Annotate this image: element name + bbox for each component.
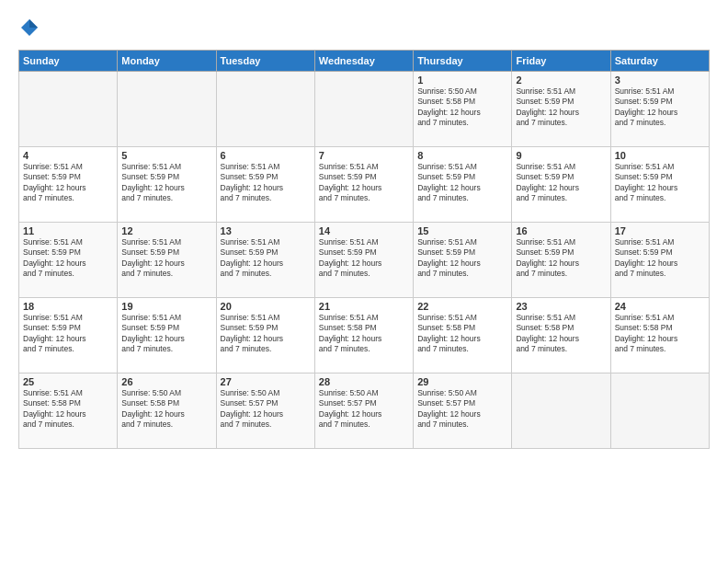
day-cell <box>314 72 413 147</box>
day-info: Sunrise: 5:51 AM Sunset: 5:59 PM Dayligh… <box>516 162 606 204</box>
day-cell: 16Sunrise: 5:51 AM Sunset: 5:59 PM Dayli… <box>512 223 610 298</box>
day-info: Sunrise: 5:51 AM Sunset: 5:59 PM Dayligh… <box>121 237 211 280</box>
day-cell: 22Sunrise: 5:51 AM Sunset: 5:58 PM Dayli… <box>414 298 512 373</box>
day-number: 24 <box>615 301 705 312</box>
day-info: Sunrise: 5:51 AM Sunset: 5:59 PM Dayligh… <box>121 313 211 355</box>
day-info: Sunrise: 5:50 AM Sunset: 5:57 PM Dayligh… <box>417 388 507 431</box>
day-info: Sunrise: 5:51 AM Sunset: 5:59 PM Dayligh… <box>319 162 409 204</box>
day-cell: 29Sunrise: 5:50 AM Sunset: 5:57 PM Dayli… <box>414 373 512 449</box>
day-number: 25 <box>23 376 113 387</box>
day-cell: 18Sunrise: 5:51 AM Sunset: 5:59 PM Dayli… <box>19 298 118 373</box>
day-info: Sunrise: 5:51 AM Sunset: 5:59 PM Dayligh… <box>516 237 606 280</box>
day-cell: 25Sunrise: 5:51 AM Sunset: 5:58 PM Dayli… <box>19 373 118 449</box>
day-cell: 20Sunrise: 5:51 AM Sunset: 5:59 PM Dayli… <box>216 298 314 373</box>
day-info: Sunrise: 5:51 AM Sunset: 5:58 PM Dayligh… <box>615 313 705 355</box>
day-cell: 21Sunrise: 5:51 AM Sunset: 5:58 PM Dayli… <box>314 298 413 373</box>
week-row-4: 18Sunrise: 5:51 AM Sunset: 5:59 PM Dayli… <box>19 298 710 373</box>
day-number: 11 <box>23 225 113 236</box>
day-info: Sunrise: 5:51 AM Sunset: 5:59 PM Dayligh… <box>221 237 311 280</box>
day-cell: 24Sunrise: 5:51 AM Sunset: 5:58 PM Dayli… <box>610 298 709 373</box>
day-cell: 14Sunrise: 5:51 AM Sunset: 5:59 PM Dayli… <box>314 223 413 298</box>
day-number: 6 <box>221 150 311 161</box>
day-cell: 1Sunrise: 5:50 AM Sunset: 5:58 PM Daylig… <box>414 72 512 147</box>
day-cell: 9Sunrise: 5:51 AM Sunset: 5:59 PM Daylig… <box>512 147 610 223</box>
day-cell: 5Sunrise: 5:51 AM Sunset: 5:59 PM Daylig… <box>118 147 216 223</box>
day-info: Sunrise: 5:51 AM Sunset: 5:59 PM Dayligh… <box>615 237 705 280</box>
day-header-friday: Friday <box>512 51 610 72</box>
day-info: Sunrise: 5:51 AM Sunset: 5:58 PM Dayligh… <box>417 313 507 355</box>
day-cell: 6Sunrise: 5:51 AM Sunset: 5:59 PM Daylig… <box>216 147 314 223</box>
calendar-body: 1Sunrise: 5:50 AM Sunset: 5:58 PM Daylig… <box>19 72 710 449</box>
day-number: 10 <box>615 150 705 161</box>
day-info: Sunrise: 5:51 AM Sunset: 5:58 PM Dayligh… <box>319 313 409 355</box>
day-cell <box>118 72 216 147</box>
day-cell: 11Sunrise: 5:51 AM Sunset: 5:59 PM Dayli… <box>19 223 118 298</box>
day-cell: 13Sunrise: 5:51 AM Sunset: 5:59 PM Dayli… <box>216 223 314 298</box>
page: SundayMondayTuesdayWednesdayThursdayFrid… <box>0 0 728 563</box>
day-header-thursday: Thursday <box>414 51 512 72</box>
day-info: Sunrise: 5:51 AM Sunset: 5:59 PM Dayligh… <box>417 237 507 280</box>
day-number: 19 <box>121 301 211 312</box>
day-info: Sunrise: 5:51 AM Sunset: 5:59 PM Dayligh… <box>23 237 113 280</box>
day-number: 1 <box>417 75 507 86</box>
day-info: Sunrise: 5:50 AM Sunset: 5:57 PM Dayligh… <box>221 388 311 431</box>
calendar-table: SundayMondayTuesdayWednesdayThursdayFrid… <box>18 50 710 449</box>
day-header-wednesday: Wednesday <box>314 51 413 72</box>
day-cell: 23Sunrise: 5:51 AM Sunset: 5:58 PM Dayli… <box>512 298 610 373</box>
day-header-sunday: Sunday <box>19 51 118 72</box>
week-row-5: 25Sunrise: 5:51 AM Sunset: 5:58 PM Dayli… <box>19 373 710 449</box>
day-number: 4 <box>23 150 113 161</box>
day-info: Sunrise: 5:51 AM Sunset: 5:59 PM Dayligh… <box>221 313 311 355</box>
svg-marker-1 <box>29 19 38 28</box>
day-cell: 3Sunrise: 5:51 AM Sunset: 5:59 PM Daylig… <box>610 72 709 147</box>
day-number: 8 <box>417 150 507 161</box>
day-cell <box>610 373 709 449</box>
day-cell: 8Sunrise: 5:51 AM Sunset: 5:59 PM Daylig… <box>414 147 512 223</box>
day-info: Sunrise: 5:50 AM Sunset: 5:58 PM Dayligh… <box>417 86 507 129</box>
day-info: Sunrise: 5:51 AM Sunset: 5:59 PM Dayligh… <box>23 313 113 355</box>
week-row-1: 1Sunrise: 5:50 AM Sunset: 5:58 PM Daylig… <box>19 72 710 147</box>
day-cell: 12Sunrise: 5:51 AM Sunset: 5:59 PM Dayli… <box>118 223 216 298</box>
day-number: 15 <box>417 225 507 236</box>
day-cell: 19Sunrise: 5:51 AM Sunset: 5:59 PM Dayli… <box>118 298 216 373</box>
day-info: Sunrise: 5:51 AM Sunset: 5:59 PM Dayligh… <box>221 162 311 204</box>
week-row-3: 11Sunrise: 5:51 AM Sunset: 5:59 PM Dayli… <box>19 223 710 298</box>
logo-icon <box>20 18 39 37</box>
day-number: 9 <box>516 150 606 161</box>
day-cell <box>216 72 314 147</box>
day-cell: 26Sunrise: 5:50 AM Sunset: 5:58 PM Dayli… <box>118 373 216 449</box>
day-number: 5 <box>121 150 211 161</box>
day-header-tuesday: Tuesday <box>216 51 314 72</box>
day-cell: 27Sunrise: 5:50 AM Sunset: 5:57 PM Dayli… <box>216 373 314 449</box>
day-info: Sunrise: 5:51 AM Sunset: 5:59 PM Dayligh… <box>516 86 606 129</box>
day-cell: 10Sunrise: 5:51 AM Sunset: 5:59 PM Dayli… <box>610 147 709 223</box>
day-info: Sunrise: 5:51 AM Sunset: 5:58 PM Dayligh… <box>516 313 606 355</box>
day-info: Sunrise: 5:51 AM Sunset: 5:58 PM Dayligh… <box>23 388 113 431</box>
day-number: 20 <box>221 301 311 312</box>
day-info: Sunrise: 5:51 AM Sunset: 5:59 PM Dayligh… <box>615 162 705 204</box>
day-cell: 4Sunrise: 5:51 AM Sunset: 5:59 PM Daylig… <box>19 147 118 223</box>
day-number: 18 <box>23 301 113 312</box>
day-number: 27 <box>221 376 311 387</box>
day-cell <box>19 72 118 147</box>
day-cell <box>512 373 610 449</box>
day-header-monday: Monday <box>118 51 216 72</box>
day-number: 17 <box>615 225 705 236</box>
day-number: 22 <box>417 301 507 312</box>
day-number: 13 <box>221 225 311 236</box>
day-number: 29 <box>417 376 507 387</box>
day-info: Sunrise: 5:51 AM Sunset: 5:59 PM Dayligh… <box>23 162 113 204</box>
day-number: 2 <box>516 75 606 86</box>
day-cell: 15Sunrise: 5:51 AM Sunset: 5:59 PM Dayli… <box>414 223 512 298</box>
header <box>18 18 710 40</box>
logo <box>18 18 39 40</box>
day-header-saturday: Saturday <box>610 51 709 72</box>
day-cell: 2Sunrise: 5:51 AM Sunset: 5:59 PM Daylig… <box>512 72 610 147</box>
day-number: 21 <box>319 301 409 312</box>
week-row-2: 4Sunrise: 5:51 AM Sunset: 5:59 PM Daylig… <box>19 147 710 223</box>
day-number: 7 <box>319 150 409 161</box>
day-number: 26 <box>121 376 211 387</box>
day-number: 23 <box>516 301 606 312</box>
day-number: 14 <box>319 225 409 236</box>
day-number: 12 <box>121 225 211 236</box>
